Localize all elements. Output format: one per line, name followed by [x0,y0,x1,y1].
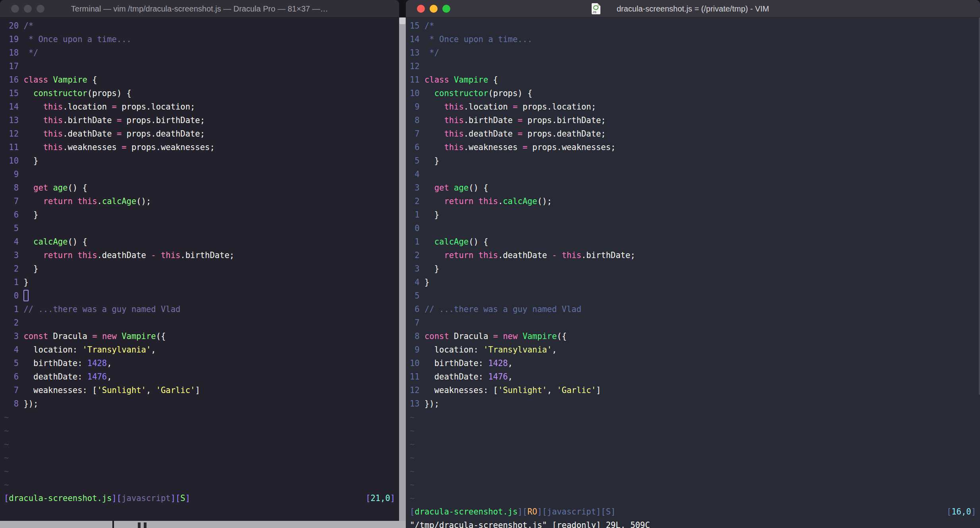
code-token: return [43,197,73,206]
code-token: (); [537,197,552,206]
code-token [23,89,33,98]
code-line: 3 return this.deathDate - this.birthDate… [4,249,396,262]
code-token: () { [469,183,488,193]
code-token: } [23,264,38,274]
line-number: 8 [410,116,424,125]
code-area[interactable]: 20 /* 19 * Once upon a time... 18 */ 17 … [0,17,399,521]
code-token [23,251,43,260]
code-line: ~ [4,478,396,491]
line-number: 10 [4,156,23,166]
line-number: 2 [4,264,23,274]
code-token: this [43,129,63,139]
code-token: props.birthDate; [122,116,205,125]
code-token: } [23,156,38,166]
macvim-titlebar[interactable]: JS dracula-screenshot.js = (/private/tmp… [406,0,980,17]
code-line: 0 [410,222,977,235]
code-token: Dracula [48,331,92,341]
line-number: 16 [4,75,23,85]
code-token [424,237,434,247]
code-token: ({ [156,331,166,341]
code-token: "/tmp/dracula-screenshot.js" [readonly] … [410,520,650,528]
code-line: 19 * Once upon a time... [4,33,396,46]
scrollbar-thumb[interactable] [399,17,405,24]
code-token: .birthDate [464,116,518,125]
code-token: } [23,277,28,287]
code-line: 18 */ [4,46,396,60]
code-token: props.location; [117,102,195,112]
code-line: 13 */ [410,46,977,60]
command-line: "/tmp/dracula-screenshot.js" [readonly] … [410,518,977,528]
code-line: 9 [4,168,396,181]
line-number: 6 [410,143,424,152]
code-token: , [552,345,557,355]
code-token [424,129,444,139]
status-line: [dracula-screenshot.js][RO][javascript][… [410,505,977,518]
code-token: ][ [112,493,122,503]
code-token: ~ [410,480,415,489]
code-token: ] [611,507,615,516]
code-token: Vampire [122,331,156,341]
code-line: 5 [4,222,396,235]
code-token: // ...there was a guy named Vlad [23,304,180,314]
code-token: = [122,143,126,152]
code-token: = [493,331,498,341]
line-number: 13 [4,116,23,125]
status-position: [21,0] [366,491,395,505]
line-number: 2 [410,251,424,260]
code-area[interactable]: 15 /*14 * Once upon a time...13 */12 11 … [406,17,980,528]
code-token: 'Sunlight' [498,385,547,395]
window-title: Terminal — vim /tmp/dracula-screenshot.j… [0,0,399,17]
code-token: .weaknesses [63,143,122,152]
code-token: ~ [4,453,9,462]
line-number: 9 [4,170,23,179]
code-line: 12 this.deathDate = props.deathDate; [4,127,396,141]
code-token: , [508,358,513,368]
code-line: ~ [4,437,396,451]
code-token: age [53,183,68,193]
code-token: props.deathDate; [523,129,606,139]
code-token: = [112,102,117,112]
code-token: (props) { [87,89,131,98]
code-token: [ [4,493,9,503]
line-number: 8 [4,399,23,409]
code-line: 1 } [410,208,977,222]
code-token: Vampire [523,331,557,341]
code-token: props.deathDate; [122,129,205,139]
code-token: .birthDate; [581,251,635,260]
code-token: = [117,116,122,125]
terminal-window: Terminal — vim /tmp/dracula-screenshot.j… [0,0,399,521]
code-token: ~ [4,480,9,489]
code-token: ~ [4,439,9,449]
code-token: * Once upon a time... [424,35,532,44]
code-token: birthDate: [23,358,87,368]
code-token: , [107,358,112,368]
line-number: 9 [410,345,424,355]
code-token: constructor [434,89,488,98]
code-line: ~ [410,424,977,437]
code-line: 12 weaknesses: ['Sunlight', 'Garlic'] [410,383,977,397]
code-line: 1 calcAge() { [410,235,977,249]
code-line: 0 [4,289,396,303]
terminal-titlebar[interactable]: Terminal — vim /tmp/dracula-screenshot.j… [0,0,399,17]
code-token: }); [23,399,38,409]
code-line: 20 /* [4,19,396,33]
code-token: 1476 [488,372,507,382]
code-token: ({ [557,331,567,341]
code-token: this [77,251,97,260]
code-line: 1 } [4,276,396,289]
code-token: .location [464,102,513,112]
code-token: [ [366,493,370,503]
code-line: ~ [4,410,396,424]
line-number: 8 [410,331,424,341]
line-number: 1 [410,210,424,220]
code-line [4,505,396,518]
code-token: [ [410,507,415,516]
code-line: 8 }); [4,397,396,410]
code-token: RO [527,507,537,516]
code-token [424,89,434,98]
background-letter-fragment [144,522,147,528]
line-number: 1 [4,277,23,287]
code-token: this [478,197,498,206]
code-token: this [161,251,180,260]
code-token: .deathDate [464,129,518,139]
